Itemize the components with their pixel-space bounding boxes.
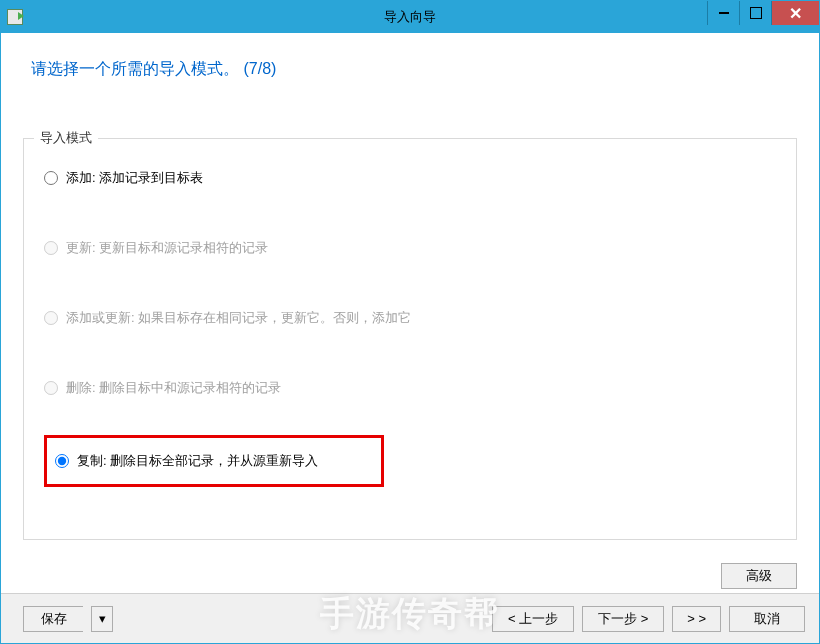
radio-add-input[interactable]	[44, 171, 58, 185]
highlight-box: 复制: 删除目标全部记录，并从源重新导入	[44, 435, 384, 487]
jump-button[interactable]: > >	[672, 606, 721, 632]
wizard-window: 导入向导 ✕ 请选择一个所需的导入模式。 (7/8) 导入模式 添加: 添加记录…	[0, 0, 820, 644]
radio-add[interactable]: 添加: 添加记录到目标表	[44, 169, 776, 187]
app-icon	[7, 9, 23, 25]
radio-delete-input	[44, 381, 58, 395]
cancel-button[interactable]: 取消	[729, 606, 805, 632]
step-indicator: (7/8)	[243, 60, 276, 77]
content-area: 请选择一个所需的导入模式。 (7/8) 导入模式 添加: 添加记录到目标表 更新…	[1, 33, 819, 643]
radio-update-label: 更新: 更新目标和源记录相符的记录	[66, 239, 268, 257]
page-heading: 请选择一个所需的导入模式。 (7/8)	[1, 33, 819, 90]
radio-copy-label: 复制: 删除目标全部记录，并从源重新导入	[77, 452, 318, 470]
window-title: 导入向导	[384, 8, 436, 26]
advanced-button[interactable]: 高级	[721, 563, 797, 589]
radio-update-input	[44, 241, 58, 255]
group-legend: 导入模式	[34, 129, 98, 147]
save-button[interactable]: 保存	[23, 606, 83, 632]
radio-add-or-update-label: 添加或更新: 如果目标存在相同记录，更新它。否则，添加它	[66, 309, 411, 327]
radio-copy-input[interactable]	[55, 454, 69, 468]
next-button[interactable]: 下一步 >	[582, 606, 664, 632]
radio-update: 更新: 更新目标和源记录相符的记录	[44, 239, 776, 257]
heading-text: 请选择一个所需的导入模式。	[31, 60, 239, 77]
save-split-button: 保存 ▾	[15, 606, 113, 632]
chevron-down-icon: ▾	[99, 611, 106, 626]
radio-add-label: 添加: 添加记录到目标表	[66, 169, 203, 187]
advanced-button-wrap: 高级	[721, 563, 797, 589]
radio-add-or-update-input	[44, 311, 58, 325]
import-mode-group: 导入模式 添加: 添加记录到目标表 更新: 更新目标和源记录相符的记录 添加或更…	[23, 138, 797, 540]
prev-button[interactable]: < 上一步	[492, 606, 574, 632]
save-dropdown-button[interactable]: ▾	[91, 606, 113, 632]
minimize-button[interactable]	[707, 1, 739, 25]
close-button[interactable]: ✕	[771, 1, 819, 25]
titlebar: 导入向导 ✕	[1, 1, 819, 33]
radio-delete-label: 删除: 删除目标中和源记录相符的记录	[66, 379, 281, 397]
maximize-button[interactable]	[739, 1, 771, 25]
radio-delete: 删除: 删除目标中和源记录相符的记录	[44, 379, 776, 397]
radio-copy[interactable]: 复制: 删除目标全部记录，并从源重新导入	[55, 452, 373, 470]
footer: 保存 ▾ < 上一步 下一步 > > > 取消	[1, 593, 819, 643]
window-controls: ✕	[707, 1, 819, 25]
radio-add-or-update: 添加或更新: 如果目标存在相同记录，更新它。否则，添加它	[44, 309, 776, 327]
